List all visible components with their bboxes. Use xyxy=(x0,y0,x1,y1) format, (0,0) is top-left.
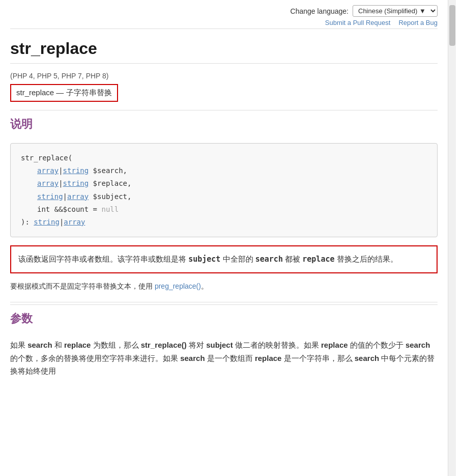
type-string-2[interactable]: string xyxy=(63,179,89,187)
note-line: 要根据模式而不是固定字符串替换文本，使用 preg_replace()。 xyxy=(10,281,438,292)
short-description-box: str_replace — 子字符串替换 xyxy=(10,84,118,102)
type-array-1[interactable]: array xyxy=(37,166,59,175)
return-description-box: 该函数返回字符串或者数组。该字符串或数组是将 subject 中全部的 sear… xyxy=(10,245,438,273)
page-title: str_replace xyxy=(10,29,438,64)
code-block: str_replace( array|string $search, array… xyxy=(10,143,438,237)
code-line-fn: str_replace( xyxy=(21,152,427,164)
type-string-1[interactable]: string xyxy=(63,166,89,175)
scrollbar[interactable] xyxy=(448,0,456,476)
report-bug-link[interactable]: Report a Bug xyxy=(398,19,438,26)
type-array-2[interactable]: array xyxy=(37,179,59,187)
php-versions: (PHP 4, PHP 5, PHP 7, PHP 8) xyxy=(10,72,438,80)
type-array-3[interactable]: array xyxy=(67,192,89,201)
type-string-return[interactable]: string xyxy=(34,218,60,226)
change-language-label: Change language: xyxy=(291,7,349,15)
preg-replace-link[interactable]: preg_replace() xyxy=(155,282,201,290)
code-line-2: array|string $replace, xyxy=(21,177,427,190)
type-array-return[interactable]: array xyxy=(64,218,85,226)
scrollbar-thumb[interactable] xyxy=(449,5,455,46)
function-name: str_replace( xyxy=(21,154,72,162)
code-line-1: array|string $search, xyxy=(21,164,427,177)
language-row: Change language: Chinese (Simplified) ▼ xyxy=(291,5,438,17)
submit-pr-link[interactable]: Submit a Pull Request xyxy=(325,19,391,26)
links-row: Submit a Pull Request Report a Bug xyxy=(325,19,438,26)
type-string-3[interactable]: string xyxy=(37,192,63,201)
section-description-heading: 说明 xyxy=(10,110,438,137)
code-line-3: string|array $subject, xyxy=(21,190,427,203)
code-line-4: int &&$count = null xyxy=(21,203,427,216)
section-params-heading: 参数 xyxy=(10,304,438,331)
params-body-text: 如果 search 和 replace 为数组，那么 str_replace()… xyxy=(10,339,438,378)
top-bar: Change language: Chinese (Simplified) ▼ … xyxy=(10,0,438,29)
code-line-return: ): string|array xyxy=(21,216,427,229)
params-section: 参数 如果 search 和 replace 为数组，那么 str_replac… xyxy=(10,302,438,378)
language-select[interactable]: Chinese (Simplified) ▼ xyxy=(353,5,438,17)
